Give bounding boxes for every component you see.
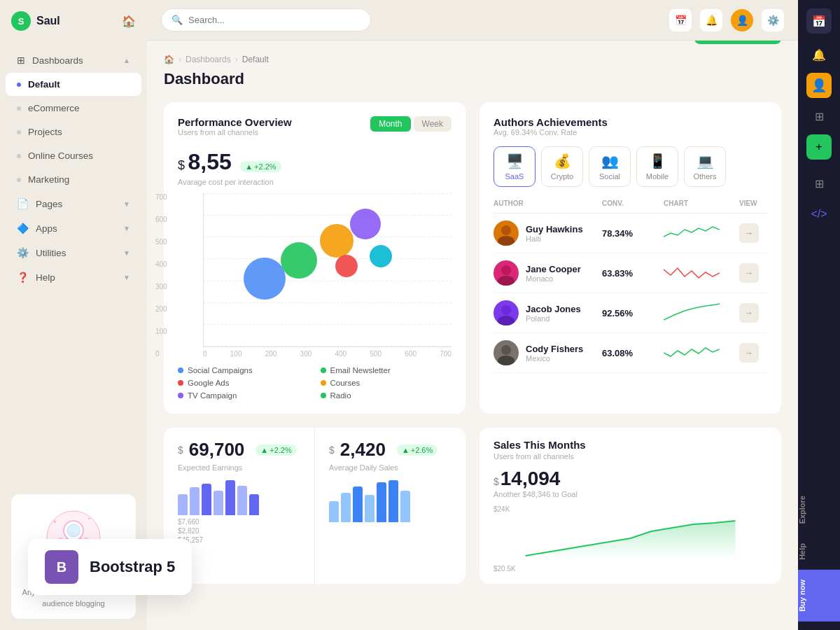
sidebar-item-marketing[interactable]: Marketing <box>6 168 141 191</box>
sidebar-item-label: Default <box>28 79 60 90</box>
mobile-icon: 📱 <box>649 153 666 169</box>
bell-nav-icon[interactable]: 🔔 <box>806 42 832 67</box>
chevron-icon: ▲ <box>123 57 130 64</box>
calendar-nav-icon[interactable]: 📅 <box>806 8 832 34</box>
sidebar-item-pages[interactable]: 📄 Pages ▼ <box>6 192 141 216</box>
sales-card: Sales This Months Users from all channel… <box>479 428 781 584</box>
bubble-tv <box>335 255 358 277</box>
mini-chart <box>664 342 720 363</box>
legend-courses: Courses <box>321 379 452 387</box>
grid-nav-icon[interactable]: ⊞ <box>806 104 832 129</box>
breadcrumb-dashboards[interactable]: Dashboards <box>186 55 231 64</box>
breadcrumb-sep2: › <box>235 55 238 64</box>
view-button[interactable]: → <box>739 303 759 323</box>
app-name: Saul <box>36 15 60 27</box>
breadcrumb: 🏠 › Dashboards › Default <box>164 55 269 64</box>
social-icon: 👥 <box>601 153 619 169</box>
tab-mobile[interactable]: 📱 Mobile <box>636 146 678 187</box>
bubble-google <box>320 224 354 258</box>
explore-action[interactable]: Explore <box>798 486 840 533</box>
user-nav-avatar[interactable]: 👤 <box>806 73 832 98</box>
bell-icon[interactable]: 🔔 <box>700 9 722 31</box>
sidebar-item-utilities[interactable]: ⚙️ Utilities ▼ <box>6 241 141 265</box>
sales-title: Sales This Months <box>493 439 767 451</box>
daily-badge: ▲ +2.6% <box>397 444 438 456</box>
settings-nav-icon[interactable]: ⊞ <box>806 171 832 196</box>
sidebar-item-help[interactable]: ❓ Help ▼ <box>6 265 141 289</box>
conv-rate: 63.08% <box>602 348 658 358</box>
buy-action[interactable]: Buy now <box>798 570 840 622</box>
bubble-chart <box>203 193 451 347</box>
author-row: Cody Fishers Mexico 63.08% → <box>493 333 767 373</box>
performance-card: Performance Overview Users from all chan… <box>164 102 465 414</box>
bubble-courses <box>350 209 381 239</box>
breadcrumb-current: Default <box>242 55 269 64</box>
tab-saas[interactable]: 🖥️ SaaS <box>493 146 536 187</box>
pages-icon: 📄 <box>17 198 29 209</box>
view-button[interactable]: → <box>739 263 759 283</box>
others-icon: 💻 <box>696 153 714 169</box>
tab-crypto[interactable]: 💰 Crypto <box>541 146 583 187</box>
daily-sales-stat: $ 2,420 ▲ +2.6% Average Daily Sales <box>315 428 465 584</box>
bar-labels: $7,660 $2,820 $45,257 <box>178 518 300 544</box>
sales-axis-bottom: $20.5K <box>493 565 767 573</box>
sidebar-item-label: Utilities <box>36 248 66 258</box>
view-button[interactable]: → <box>739 223 759 243</box>
legend-social: Social Campaigns <box>178 366 309 374</box>
view-button[interactable]: → <box>739 343 759 363</box>
svg-point-12 <box>498 236 514 246</box>
perf-subtitle: Users from all channels <box>178 128 292 136</box>
sidebar-item-label: Marketing <box>28 174 69 185</box>
tab-others[interactable]: 💻 Others <box>684 146 726 187</box>
code-nav-icon[interactable]: </> <box>806 202 832 227</box>
sidebar-toggle-icon[interactable]: 🏠 <box>122 15 136 28</box>
add-nav-icon[interactable]: + <box>806 134 832 160</box>
sidebar-item-apps[interactable]: 🔷 Apps ▼ <box>6 216 141 240</box>
search-input[interactable] <box>188 15 360 25</box>
sidebar-item-default[interactable]: Default <box>6 73 141 96</box>
mini-chart <box>664 223 720 244</box>
utilities-icon: ⚙️ <box>17 247 29 258</box>
nav-dot-icon <box>17 154 21 158</box>
sales-value: 14,094 <box>500 468 561 490</box>
svg-point-11 <box>501 225 511 235</box>
nav-dot-icon <box>17 106 21 111</box>
sidebar-item-ecommerce[interactable]: eCommerce <box>6 97 141 120</box>
crypto-icon: 💰 <box>554 153 571 169</box>
avatar-cody <box>493 340 519 365</box>
search-icon: 🔍 <box>172 15 183 25</box>
create-project-button[interactable]: Create Project <box>694 41 781 44</box>
tab-social[interactable]: 👥 Social <box>589 146 631 187</box>
content-area: 🏠 › Dashboards › Default Dashboard Creat… <box>147 41 798 630</box>
perf-value: 8,55 <box>188 149 231 174</box>
author-name: Jacob Jones <box>526 304 581 314</box>
user-avatar[interactable]: 👤 <box>731 9 753 31</box>
legend-google: Google Ads <box>178 379 309 387</box>
author-table-header: AUTHOR CONV. CHART VIEW <box>493 197 767 214</box>
author-country: Monaco <box>526 274 581 283</box>
tab-month[interactable]: Month <box>370 116 410 132</box>
avg-label: Avarage cost per interaction <box>178 178 451 186</box>
home-icon: 🏠 <box>164 55 174 64</box>
help-action[interactable]: Help <box>798 533 840 570</box>
bubble-chart-container: 7006005004003002001000 <box>178 193 451 358</box>
tab-week[interactable]: Week <box>414 116 451 132</box>
sidebar-item-online-courses[interactable]: Online Courses <box>6 144 141 167</box>
svg-text:✦: ✦ <box>88 517 91 521</box>
breadcrumb-sep: › <box>178 55 181 64</box>
calendar-icon[interactable]: 📅 <box>669 9 692 31</box>
legend-dot-icon <box>178 368 183 373</box>
main-content: 🔍 📅 🔔 👤 ⚙️ 🏠 › Dashboards › Default Dash… <box>147 0 798 630</box>
settings-icon[interactable]: ⚙️ <box>762 9 784 31</box>
earnings-badge: ▲ +2.2% <box>255 444 296 456</box>
daily-label: Average Daily Sales <box>329 463 451 472</box>
bar-chart <box>178 480 300 515</box>
sidebar-item-projects[interactable]: Projects <box>6 120 141 144</box>
perf-badge: ▲ +2.2% <box>240 161 281 172</box>
y-axis-labels: 7006005004003002001000 <box>155 193 167 358</box>
side-actions: Explore Help Buy now <box>798 246 840 622</box>
search-box[interactable]: 🔍 <box>161 8 371 31</box>
chevron-icon: ▼ <box>123 249 130 257</box>
earnings-label: Expected Earnings <box>178 463 300 472</box>
sidebar-item-dashboards[interactable]: ⊞ Dashboards ▲ <box>6 48 141 72</box>
